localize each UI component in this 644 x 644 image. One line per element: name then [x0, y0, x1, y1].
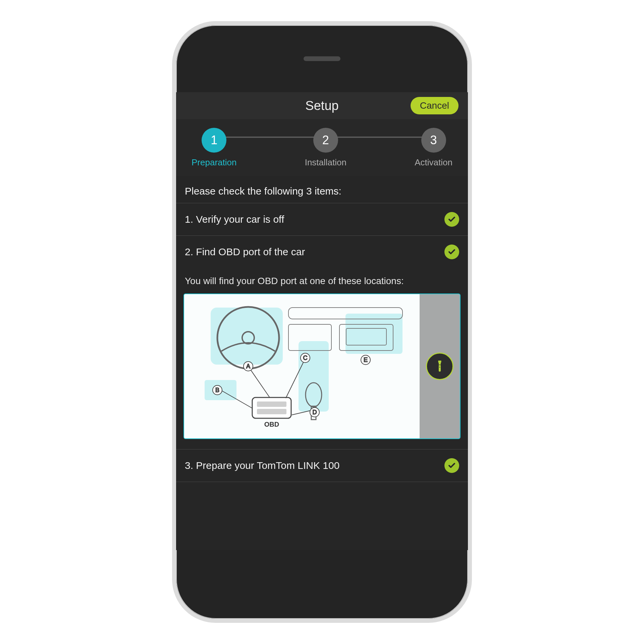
svg-line-15	[248, 366, 270, 397]
instruction-text: Please check the following 3 items:	[176, 176, 468, 203]
check-icon	[444, 245, 459, 259]
content-area: Please check the following 3 items: 1. V…	[176, 176, 468, 550]
checklist-item-label: 3. Prepare your TomTom LINK 100	[185, 460, 339, 471]
svg-rect-12	[252, 397, 291, 418]
checklist-item-label: 1. Verify your car is off	[185, 214, 284, 225]
flashlight-button[interactable]	[426, 353, 453, 380]
svg-rect-13	[257, 401, 286, 407]
wizard-progress: 1 Preparation 2 Installation 3 Activatio…	[176, 119, 468, 176]
svg-text:OBD: OBD	[264, 421, 279, 428]
step-circle: 1	[202, 128, 226, 153]
device-top	[176, 25, 468, 92]
dashboard-illustration: A B C D E OBD	[184, 294, 420, 438]
checklist-item-3[interactable]: 3. Prepare your TomTom LINK 100	[176, 449, 468, 482]
step-preparation[interactable]: 1 Preparation	[192, 128, 236, 168]
svg-text:D: D	[313, 409, 317, 416]
obd-diagram: A B C D E OBD	[183, 293, 461, 439]
phone-frame: Setup Cancel 1 Preparation 2 Installatio…	[172, 21, 472, 623]
check-icon	[444, 458, 459, 473]
flashlight-icon	[434, 360, 446, 373]
check-icon	[444, 212, 459, 227]
svg-text:A: A	[246, 363, 250, 370]
cancel-button[interactable]: Cancel	[411, 97, 459, 114]
svg-text:E: E	[364, 357, 368, 363]
step-label: Activation	[415, 157, 452, 168]
device-bottom	[176, 550, 468, 619]
checklist-item-label: 2. Find OBD port of the car	[185, 246, 305, 258]
svg-rect-14	[257, 409, 286, 414]
nav-bar: Setup Cancel	[176, 92, 468, 119]
app-screen: Setup Cancel 1 Preparation 2 Installatio…	[176, 92, 468, 550]
diagram-tool-rail	[420, 294, 460, 438]
svg-rect-2	[299, 341, 329, 412]
step-label: Preparation	[192, 157, 236, 168]
svg-rect-0	[211, 308, 283, 365]
step-installation[interactable]: 2 Installation	[305, 128, 346, 168]
step-circle: 3	[421, 128, 446, 153]
checklist-item-2[interactable]: 2. Find OBD port of the car	[176, 235, 468, 268]
svg-text:B: B	[215, 387, 219, 393]
step-label: Installation	[305, 157, 346, 168]
step-circle: 2	[313, 128, 338, 153]
obd-hint-text: You will find your OBD port at one of th…	[176, 268, 468, 292]
phone-speaker	[304, 56, 340, 61]
svg-rect-3	[345, 314, 402, 354]
step-activation[interactable]: 3 Activation	[415, 128, 452, 168]
checklist-item-1[interactable]: 1. Verify your car is off	[176, 203, 468, 235]
svg-text:C: C	[303, 355, 308, 361]
